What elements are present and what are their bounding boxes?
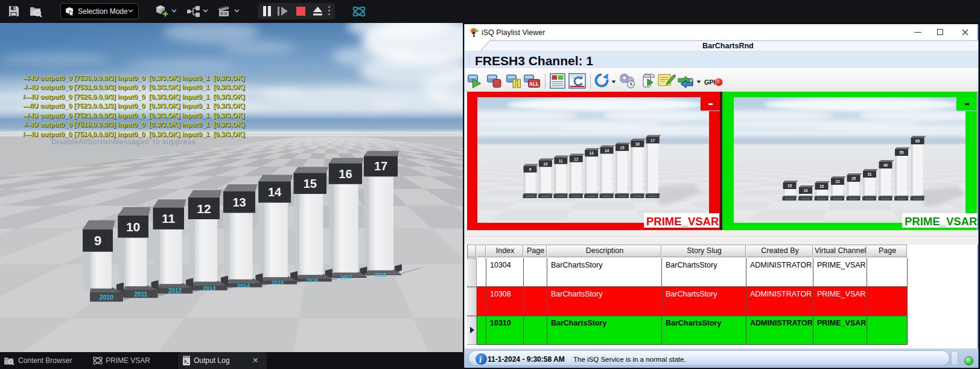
svg-text:2013: 2013 xyxy=(203,284,216,291)
svg-text:15: 15 xyxy=(620,146,625,150)
svg-text:12: 12 xyxy=(197,202,211,216)
svg-text:ALL: ALL xyxy=(529,81,539,87)
svg-text:16: 16 xyxy=(339,167,352,181)
svg-text:10: 10 xyxy=(543,162,548,166)
svg-text:40: 40 xyxy=(883,163,888,167)
svg-text:2017: 2017 xyxy=(340,274,352,280)
svg-text:31: 31 xyxy=(867,172,872,176)
svg-text:13: 13 xyxy=(589,151,594,155)
svg-text:2011: 2011 xyxy=(134,291,147,298)
svg-text:11: 11 xyxy=(162,211,176,225)
svg-text:25: 25 xyxy=(851,176,856,181)
svg-text:12: 12 xyxy=(574,157,579,161)
svg-text:2010: 2010 xyxy=(100,294,114,301)
svg-text:2012: 2012 xyxy=(168,287,182,294)
svg-text:17: 17 xyxy=(651,138,655,143)
svg-text:2014: 2014 xyxy=(237,282,250,289)
svg-text:9: 9 xyxy=(94,233,101,248)
svg-text:15: 15 xyxy=(819,184,824,188)
svg-text:22: 22 xyxy=(835,179,840,184)
svg-text:13: 13 xyxy=(232,196,246,209)
svg-text:15: 15 xyxy=(788,184,792,188)
svg-text:2018: 2018 xyxy=(375,272,386,278)
svg-text:65: 65 xyxy=(915,139,920,143)
svg-text:14: 14 xyxy=(268,185,282,199)
svg-text:10: 10 xyxy=(803,188,808,193)
svg-text:2015: 2015 xyxy=(272,280,284,286)
svg-text:55: 55 xyxy=(899,150,904,155)
svg-text:2016: 2016 xyxy=(306,277,318,283)
svg-text:14: 14 xyxy=(605,149,609,153)
svg-text:10: 10 xyxy=(126,220,140,234)
svg-text:9: 9 xyxy=(529,167,532,172)
svg-text:16: 16 xyxy=(635,142,640,146)
svg-text:11: 11 xyxy=(559,159,563,163)
svg-text:17: 17 xyxy=(374,159,387,173)
svg-text:15: 15 xyxy=(304,177,317,190)
